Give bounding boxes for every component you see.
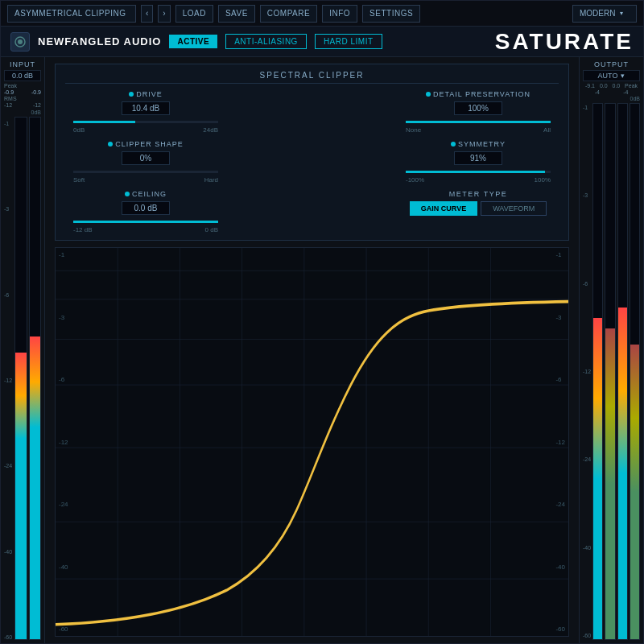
brand-name: NEWFANGLED AUDIO [38,35,161,47]
preset-dropdown[interactable]: MODERN ▾ [572,5,637,23]
compare-button[interactable]: COMPARE [260,5,317,23]
rms-left: -12 [4,102,12,108]
auto-dropdown-arrow: ▾ [621,72,625,80]
save-button[interactable]: SAVE [218,5,255,23]
graph-labels-right: -1 -3 -6 -12 -24 -40 -60 [555,248,565,636]
detail-max-label: All [543,126,551,134]
drive-value[interactable]: 10.4 dB [122,101,170,115]
detail-label: DETAIL PRESERVATION [426,90,530,98]
input-db-value: 0.0 dB [4,70,41,81]
input-bar-right [29,117,41,640]
dropdown-arrow-icon: ▾ [620,10,623,17]
output-db-right: 0.0 [612,83,620,89]
output-db-left: 0.0 [600,83,608,89]
ceiling-fill [73,221,218,223]
gain-curve-svg [56,248,568,636]
drive-max-label: 24dB [203,126,218,134]
spectral-clipper-section: SPECTRAL CLIPPER DRIVE 10.4 dB [55,64,569,241]
rms-label: RMS [4,96,17,101]
section-title: SPECTRAL CLIPPER [65,71,559,84]
meter-type-control: METER TYPE GAIN CURVE WAVEFORM [398,190,559,216]
plugin-title: SATURATE [495,29,634,55]
ceiling-label: CEILING [125,190,167,198]
auto-dropdown[interactable]: AUTO ▾ [583,70,640,81]
svg-point-1 [18,39,23,44]
output-bars [592,103,640,640]
ceiling-control: CEILING 0.0 dB -12 dB 0 dB [65,190,226,233]
input-bar-left [14,117,27,640]
detail-dot [426,92,431,97]
controls-row-2: CLIPPER SHAPE 0% Soft Hard [65,140,559,184]
auto-label: AUTO [598,72,618,80]
meter-type-buttons: GAIN CURVE WAVEFORM [410,201,547,216]
output-bar-3 [617,103,628,640]
info-button[interactable]: INFO [322,5,357,23]
load-button[interactable]: LOAD [175,5,213,23]
controls-row-1: DRIVE 10.4 dB 0dB 24dB [65,90,559,134]
clipper-dot [108,142,113,147]
drive-label: DRIVE [129,90,163,98]
output-bar-2 [605,103,615,640]
waveform-tab[interactable]: WAVEFORM [481,201,547,216]
meter-scale: -1 -3 -6 -12 -24 -40 -60 [4,117,12,640]
gain-curve-tab[interactable]: GAIN CURVE [410,201,477,216]
symmetry-max: 100% [535,176,551,184]
output-bar-1 [592,103,603,640]
center-panel: SPECTRAL CLIPPER DRIVE 10.4 dB [45,57,579,643]
symmetry-label: SYMMETRY [451,140,506,148]
detail-fill [406,121,551,123]
output-odb-label: 0dB [630,96,640,101]
symmetry-control: SYMMETRY 91% -100% 100% [398,140,559,184]
ceiling-slider[interactable] [73,221,218,223]
rms-right: -12 [33,102,41,108]
ceiling-max: 0 dB [205,226,218,233]
clipper-shape-min: Soft [73,176,85,184]
ceiling-min: -12 dB [73,226,93,233]
graph-area: -1 -3 -6 -12 -24 -40 -60 -1 -3 -6 -12 -2… [55,247,569,637]
ceiling-dot [125,192,130,196]
output-rms-right: -4 [623,89,628,95]
symmetry-slider[interactable] [406,171,551,173]
output-bar-4 [630,103,640,640]
detail-preservation-control: DETAIL PRESERVATION 100% None All [398,90,559,134]
output-label: OUTPUT [583,60,640,68]
clipper-shape-label: CLIPPER SHAPE [108,140,184,148]
nav-next-button[interactable]: › [158,5,170,23]
top-bar: ASYMMETRICAL CLIPPING ‹ › LOAD SAVE COMP… [1,1,643,27]
preset-name: ASYMMETRICAL CLIPPING [7,5,136,23]
symmetry-fill [406,171,545,173]
header-bar: NEWFANGLED AUDIO ACTIVE ANTI-ALIASING HA… [1,27,643,57]
clipper-shape-max: Hard [204,176,218,184]
main-content: INPUT 0.0 dB Peak -0.9 -0.9 RMS -12 -12 … [1,57,643,643]
clipper-shape-slider[interactable] [73,171,218,173]
detail-slider[interactable] [406,121,551,123]
output-meter-section: -1 -3 -6 -12 -24 -40 -60 [583,103,640,640]
output-scale: -1 -3 -6 -12 -24 -40 -60 [583,103,591,640]
output-peak-label-right: Peak [625,83,638,89]
drive-slider[interactable] [73,121,218,123]
plugin-container: ASYMMETRICAL CLIPPING ‹ › LOAD SAVE COMP… [0,0,644,644]
output-peak-label-left: -9.1 [585,83,595,89]
left-panel: INPUT 0.0 dB Peak -0.9 -0.9 RMS -12 -12 … [1,57,45,643]
controls-row-3: CEILING 0.0 dB -12 dB 0 dB METER T [65,190,559,233]
hard-limit-button[interactable]: HARD LIMIT [315,34,382,49]
peak-left: -0.9 [4,89,14,95]
anti-aliasing-button[interactable]: ANTI-ALIASING [225,34,307,49]
drive-control: DRIVE 10.4 dB 0dB 24dB [65,90,226,134]
detail-min-label: None [406,126,421,134]
meter-type-label: METER TYPE [449,190,507,198]
detail-value[interactable]: 100% [454,101,502,115]
clipper-shape-value[interactable]: 0% [122,151,170,165]
ceiling-value[interactable]: 0.0 dB [122,201,170,215]
settings-button[interactable]: SETTINGS [362,5,420,23]
nav-prev-button[interactable]: ‹ [141,5,153,23]
symmetry-value[interactable]: 91% [454,151,502,165]
odb-label: 0dB [31,109,41,115]
symmetry-dot [451,142,456,147]
drive-fill [73,121,135,123]
active-button[interactable]: ACTIVE [169,35,217,48]
output-rms-left: -4 [595,89,600,95]
drive-min-label: 0dB [73,126,85,134]
drive-dot [129,92,134,97]
peak-label: Peak [4,83,17,89]
